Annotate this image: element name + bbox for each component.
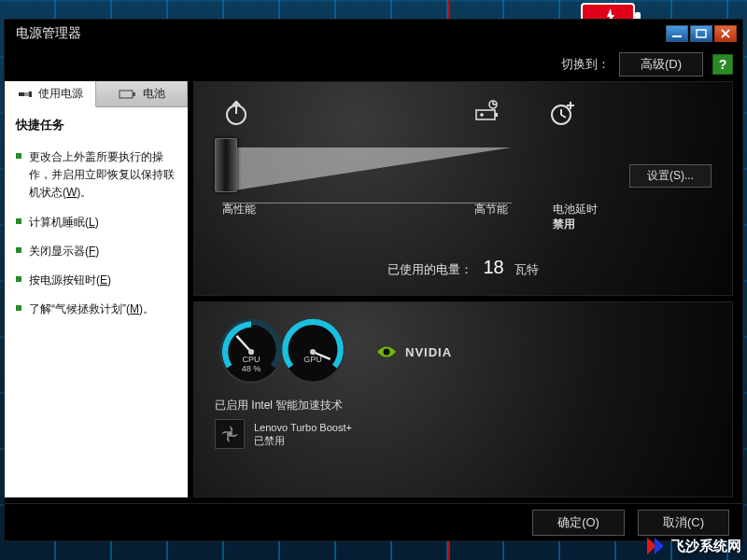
ok-button[interactable]: 确定(O) (532, 510, 625, 536)
tab-power-usage[interactable]: 使用电源 (5, 81, 96, 107)
settings-button[interactable]: 设置(S)... (629, 164, 712, 188)
usage-label: 已使用的电量： (388, 262, 472, 276)
sidebar-tabs: 使用电源 电池 (5, 81, 188, 107)
cancel-button[interactable]: 取消(C) (638, 510, 729, 536)
label-high-performance: 高性能 (222, 202, 256, 217)
svg-rect-1 (697, 30, 706, 37)
dialog-footer: 确定(O) 取消(C) (5, 503, 742, 540)
titlebar: 电源管理器 (5, 20, 742, 48)
power-manager-window: 电源管理器 切换到： 高级(D) ? 使用电源 电池 (4, 19, 743, 541)
svg-rect-13 (476, 110, 495, 119)
performance-slider-handle[interactable] (215, 138, 237, 192)
nvidia-logo: NVIDIA (375, 343, 452, 360)
performance-panel: 高性能 高节能 电池延时 禁用 设置(S)... 已使用的电量： 18 瓦特 (193, 81, 733, 296)
value-battery-delay: 禁用 (553, 217, 575, 232)
turbo-name: Lenovo Turbo Boost+ (254, 421, 352, 434)
performance-slider-track[interactable] (222, 147, 512, 203)
label-high-eco: 高节能 (474, 202, 508, 217)
hardware-panel: CPU 48 % GPU (193, 301, 733, 497)
usage-unit: 瓦特 (514, 262, 539, 276)
svg-line-19 (561, 115, 566, 118)
minimize-button[interactable] (666, 25, 688, 42)
fan-icon (215, 419, 245, 449)
battery-icon (119, 89, 137, 100)
svg-rect-2 (19, 92, 24, 96)
gpu-gauge-label: GPU (276, 355, 349, 364)
sidebar: 使用电源 电池 快捷任务 更改合上外盖所要执行的操作，并启用立即恢复以保持联机状… (5, 81, 188, 497)
quick-tasks: 快捷任务 更改合上外盖所要执行的操作，并启用立即恢复以保持联机状态(W)。 计算… (5, 107, 188, 333)
task-climate-savers[interactable]: 了解“气候拯救计划”(M)。 (16, 295, 176, 324)
task-power-button[interactable]: 按电源按钮时(E) (16, 266, 176, 295)
help-button[interactable]: ? (712, 54, 733, 75)
gpu-gauge: GPU (276, 315, 349, 388)
turbo-status: 已禁用 (254, 434, 352, 447)
svg-rect-5 (29, 91, 32, 97)
nvidia-eye-icon (375, 343, 398, 360)
task-sleep[interactable]: 计算机睡眠(L) (16, 208, 176, 237)
task-lid-action[interactable]: 更改合上外盖所要执行的操作，并启用立即恢复以保持联机状态(W)。 (16, 143, 176, 208)
clock-plus-icon (549, 99, 577, 127)
power-icon (222, 99, 250, 127)
mode-advanced-button[interactable]: 高级(D) (619, 52, 703, 77)
turbo-boost-row: Lenovo Turbo Boost+ 已禁用 (215, 419, 712, 449)
usage-value: 18 (483, 257, 503, 277)
toolbar: 切换到： 高级(D) ? (5, 48, 742, 81)
svg-rect-7 (133, 92, 135, 96)
nvidia-text: NVIDIA (405, 345, 452, 359)
svg-rect-14 (495, 113, 498, 117)
tab-battery[interactable]: 电池 (96, 81, 188, 106)
close-button[interactable] (714, 25, 737, 42)
label-battery-delay: 电池延时 (553, 202, 598, 217)
svg-rect-6 (120, 91, 133, 98)
eco-battery-icon (472, 99, 502, 121)
tasks-heading: 快捷任务 (16, 117, 176, 133)
switch-to-label: 切换到： (561, 56, 610, 73)
svg-rect-0 (672, 35, 682, 37)
power-usage-row: 已使用的电量： 18 瓦特 (194, 257, 732, 278)
main-area: 高性能 高节能 电池延时 禁用 设置(S)... 已使用的电量： 18 瓦特 (188, 81, 733, 497)
task-turn-off-display[interactable]: 关闭显示器(F) (16, 237, 176, 266)
window-title: 电源管理器 (10, 25, 81, 42)
tab-label: 电池 (143, 86, 165, 102)
maximize-button[interactable] (690, 25, 712, 42)
intel-acceleration-line: 已启用 Intel 智能加速技术 (215, 398, 712, 413)
plug-icon (18, 89, 33, 100)
gauges-row: CPU 48 % GPU (215, 315, 712, 388)
tab-label: 使用电源 (38, 86, 83, 102)
svg-point-28 (384, 349, 390, 356)
